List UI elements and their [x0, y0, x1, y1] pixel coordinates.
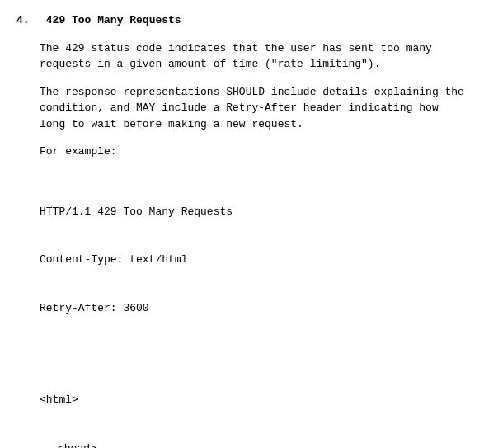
section-number: 4. [16, 12, 40, 29]
code-line: Retry-After: 3600 [40, 300, 468, 317]
paragraph: The response representations SHOULD incl… [40, 84, 468, 133]
code-line: Content-Type: text/html [40, 252, 468, 268]
code-line: <head> [58, 441, 468, 449]
paragraph: For example: [40, 144, 468, 160]
http-headers-example: HTTP/1.1 429 Too Many Requests Content-T… [40, 172, 468, 349]
code-line: HTTP/1.1 429 Too Many Requests [40, 204, 468, 220]
section-title: 429 Too Many Requests [46, 14, 181, 26]
section-content: The 429 status code indicates that the u… [40, 40, 468, 449]
paragraph: The 429 status code indicates that the u… [40, 40, 468, 73]
html-body-example: <html> <head> <title>Too Many Requests</… [40, 360, 468, 448]
code-line: <html> [40, 392, 468, 408]
section-header: 4. 429 Too Many Requests [16, 12, 468, 29]
